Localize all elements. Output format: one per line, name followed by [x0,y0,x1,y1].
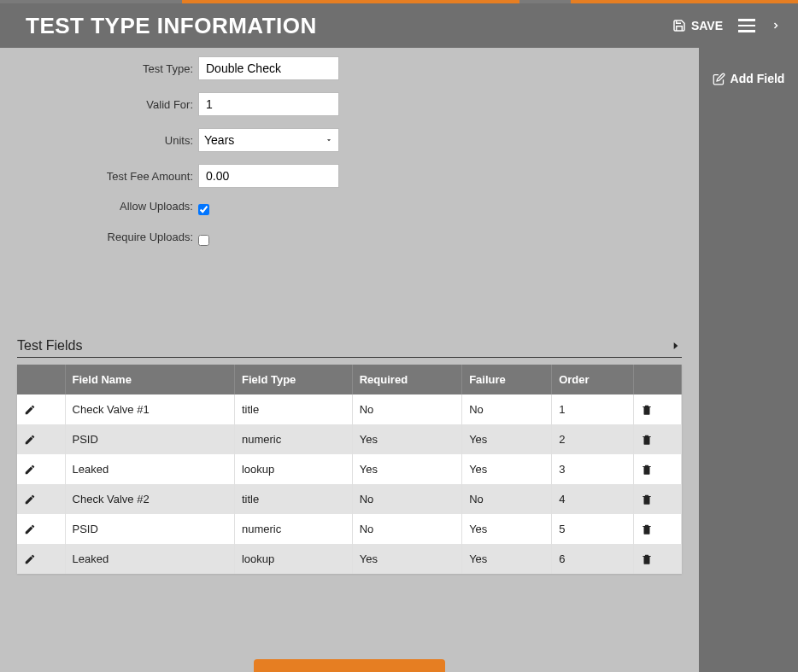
cell-field-type: title [234,484,352,514]
main-content: Test Type: Valid For: Units: Years Test … [0,48,699,672]
cell-required: Yes [352,424,461,454]
cell-field-name: PSID [65,514,234,544]
save-icon [672,19,686,32]
edit-row-button[interactable] [17,514,65,544]
menu-button[interactable] [738,19,755,32]
col-header-field-name: Field Name [65,365,234,394]
edit-row-button[interactable] [17,484,65,514]
test-type-input[interactable] [198,56,339,80]
cell-field-name: Check Valve #2 [65,484,234,514]
test-fields-title: Test Fields [17,338,82,354]
cell-order: 3 [552,454,634,484]
cell-field-name: Check Valve #1 [65,394,234,424]
cell-field-name: PSID [65,424,234,454]
header-actions: SAVE [672,19,781,32]
cell-failure: No [462,484,552,514]
delete-row-button[interactable] [633,544,681,574]
add-field-label: Add Field [731,72,785,85]
save-button[interactable]: SAVE [672,19,723,32]
table-row: LeakedlookupYesYes3 [17,454,682,484]
add-field-button[interactable]: Add Field [699,68,798,89]
cell-failure: Yes [462,544,552,574]
label-units: Units: [17,134,198,147]
delete-row-button[interactable] [633,454,681,484]
cell-required: Yes [352,454,461,484]
caret-down-icon [325,136,333,144]
cell-field-type: lookup [234,544,352,574]
page-title: TEST TYPE INFORMATION [26,13,317,39]
table-row: Check Valve #2titleNoNo4 [17,484,682,514]
units-select[interactable]: Years [198,128,339,152]
cell-order: 2 [552,424,634,454]
table-row: LeakedlookupYesYes6 [17,544,682,574]
require-uploads-checkbox[interactable] [198,235,209,246]
delete-row-button[interactable] [633,514,681,544]
col-header-required: Required [352,365,461,394]
valid-for-input[interactable] [198,92,339,116]
units-selected-value: Years [204,133,234,147]
label-test-fee: Test Fee Amount: [17,170,198,183]
col-header-order: Order [552,365,634,394]
page-header: TEST TYPE INFORMATION SAVE [0,3,798,48]
cell-required: No [352,514,461,544]
cell-order: 6 [552,544,634,574]
edit-row-button[interactable] [17,544,65,574]
table-row: PSIDnumericNoYes5 [17,514,682,544]
delete-row-button[interactable] [633,484,681,514]
cell-order: 4 [552,484,634,514]
col-header-field-type: Field Type [234,365,352,394]
chevron-right-icon [670,339,682,353]
cell-field-type: lookup [234,454,352,484]
test-fields-toggle[interactable] [670,339,682,353]
label-valid-for: Valid For: [17,98,198,111]
allow-uploads-checkbox[interactable] [198,204,209,215]
table-row: Check Valve #1titleNoNo1 [17,394,682,424]
cell-failure: Yes [462,514,552,544]
cell-field-name: Leaked [65,544,234,574]
edit-row-button[interactable] [17,394,65,424]
cell-field-type: numeric [234,424,352,454]
delete-row-button[interactable] [633,394,681,424]
delete-test-type-button[interactable]: DELETE TEST TYPE [254,659,445,672]
cell-order: 5 [552,514,634,544]
right-sidebar: Add Field [699,48,798,672]
cell-required: Yes [352,544,461,574]
edit-row-button[interactable] [17,454,65,484]
cell-required: No [352,484,461,514]
edit-icon [713,73,725,85]
test-fee-input[interactable] [198,164,339,188]
cell-failure: Yes [462,424,552,454]
form-area: Test Type: Valid For: Units: Years Test … [17,56,682,287]
chevron-right-icon [771,19,781,32]
expand-button[interactable] [771,19,781,32]
col-header-failure: Failure [462,365,552,394]
label-test-type: Test Type: [17,62,198,75]
table-row: PSIDnumericYesYes2 [17,424,682,454]
cell-order: 1 [552,394,634,424]
edit-row-button[interactable] [17,424,65,454]
cell-required: No [352,394,461,424]
cell-field-type: numeric [234,514,352,544]
cell-failure: No [462,394,552,424]
delete-row-button[interactable] [633,424,681,454]
label-allow-uploads: Allow Uploads: [17,200,198,213]
label-require-uploads: Require Uploads: [17,231,198,243]
save-button-label: SAVE [691,19,723,32]
test-fields-section-header: Test Fields [17,338,682,358]
cell-failure: Yes [462,454,552,484]
cell-field-type: title [234,394,352,424]
test-fields-table: Field Name Field Type Required Failure O… [17,365,682,574]
cell-field-name: Leaked [65,454,234,484]
